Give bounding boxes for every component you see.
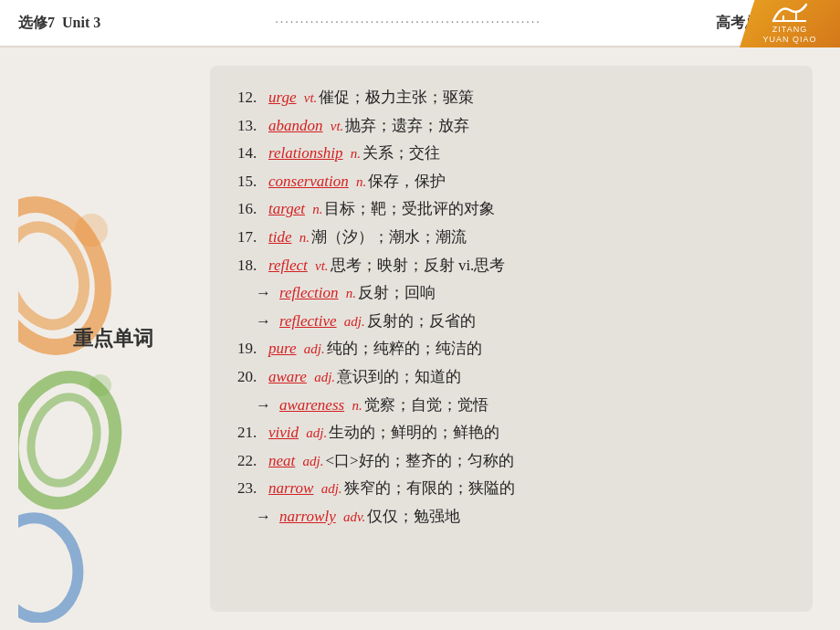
- word-space: [325, 112, 329, 141]
- word-definition: 抛弃；遗弃；放弃: [345, 112, 469, 141]
- svg-point-6: [22, 390, 106, 491]
- svg-point-7: [18, 511, 86, 623]
- word-type: vt.: [315, 254, 329, 278]
- main-content: 重点单词 12.urge vt.催促；极力主张；驱策13.abandon vt.…: [0, 47, 840, 630]
- word-type: n.: [356, 170, 366, 194]
- word-definition: 觉察；自觉；觉悟: [364, 392, 488, 420]
- vocab-word: awareness: [279, 392, 344, 420]
- word-type: n.: [299, 226, 310, 250]
- svg-point-8: [75, 214, 108, 247]
- section-label: 重点单词: [73, 325, 153, 352]
- word-space: [346, 392, 350, 420]
- vocab-word: reflection: [279, 279, 339, 308]
- vocab-word: narrowly: [279, 503, 336, 531]
- word-definition: 仅仅；勉强地: [367, 503, 460, 531]
- word-space: [310, 252, 313, 280]
- word-definition: 狭窄的；有限的；狭隘的: [344, 475, 515, 503]
- item-number: 16.: [237, 195, 267, 224]
- header-left: 选修7 Unit 3: [18, 14, 100, 33]
- arrow-symbol: →: [256, 392, 278, 420]
- word-definition: 生动的；鲜明的；鲜艳的: [329, 419, 499, 447]
- item-number: 18.: [237, 252, 267, 280]
- item-number: 13.: [237, 112, 267, 141]
- vocab-item: → reflection n.反射；回响: [237, 279, 785, 308]
- word-type: n.: [346, 281, 356, 306]
- word-type: adj.: [306, 421, 327, 446]
- item-number: 20.: [237, 363, 267, 392]
- word-space: [338, 503, 341, 531]
- vocab-item: 23.narrow adj.狭窄的；有限的；狭隘的: [237, 475, 785, 503]
- word-definition: 目标；靶；受批评的对象: [324, 195, 495, 224]
- item-number: 23.: [237, 475, 267, 503]
- word-type: adj.: [303, 449, 324, 474]
- vocab-panel: 12.urge vt.催促；极力主张；驱策13.abandon vt.抛弃；遗弃…: [210, 66, 813, 612]
- header: 选修7 Unit 3 ·····························…: [0, 0, 840, 47]
- item-number: 15.: [237, 168, 267, 196]
- word-definition: 保存，保护: [368, 168, 446, 196]
- decorative-swirls: [18, 93, 164, 623]
- word-type: vt.: [331, 114, 344, 139]
- word-definition: 纯的；纯粹的；纯洁的: [327, 335, 482, 363]
- word-type: adj.: [344, 310, 365, 334]
- item-number: 17.: [237, 224, 267, 252]
- vocab-item: 13.abandon vt.抛弃；遗弃；放弃: [237, 112, 785, 141]
- word-definition: 关系；交往: [362, 140, 440, 168]
- left-panel: 重点单词: [27, 66, 210, 612]
- word-type: vt.: [304, 86, 318, 110]
- word-space: [297, 447, 300, 476]
- arrow-symbol: →: [256, 308, 278, 336]
- item-number: 12.: [237, 84, 267, 112]
- word-space: [341, 279, 344, 308]
- word-space: [299, 335, 302, 363]
- word-space: [294, 224, 298, 252]
- vocab-word: pure: [268, 335, 297, 363]
- word-space: [339, 308, 342, 336]
- vocab-word: relationship: [268, 140, 343, 168]
- word-type: adj.: [304, 337, 325, 362]
- vocab-item: 19.pure adj.纯的；纯粹的；纯洁的: [237, 335, 785, 363]
- vocab-word: reflective: [279, 308, 337, 336]
- word-type: adv.: [343, 505, 365, 530]
- vocab-item: 16.target n.目标；靶；受批评的对象: [237, 195, 785, 224]
- word-space: [345, 140, 349, 168]
- word-space: [309, 363, 312, 392]
- vocab-word: urge: [268, 84, 297, 112]
- vocab-item: 18.reflect vt.思考；映射；反射 vi.思考: [237, 252, 785, 280]
- logo-bridge-icon: [772, 3, 808, 23]
- word-definition: 思考；映射；反射 vi.思考: [331, 252, 506, 280]
- vocab-word: neat: [268, 447, 295, 476]
- vocab-word: narrow: [268, 475, 313, 503]
- word-definition: <口>好的；整齐的；匀称的: [325, 447, 513, 476]
- vocab-item: 12.urge vt.催促；极力主张；驱策: [237, 84, 785, 112]
- word-type: adj.: [314, 365, 335, 390]
- item-number: 21.: [237, 419, 267, 447]
- vocab-item: 21.vivid adj.生动的；鲜明的；鲜艳的: [237, 419, 785, 447]
- vocab-item: 14.relationship n.关系；交往: [237, 140, 785, 168]
- vocab-word: conservation: [268, 168, 349, 196]
- vocab-item: 22.neat adj.<口>好的；整齐的；匀称的: [237, 447, 785, 476]
- word-space: [307, 195, 310, 224]
- vocab-word: target: [268, 195, 305, 224]
- word-space: [300, 419, 304, 447]
- vocab-word: vivid: [268, 419, 299, 447]
- vocab-word: tide: [268, 224, 292, 252]
- word-definition: 潮（汐）；潮水；潮流: [311, 224, 467, 252]
- header-dots: ········································…: [100, 16, 716, 30]
- word-type: adj.: [321, 477, 342, 501]
- unit-label: Unit 3: [62, 15, 100, 31]
- vocab-item: → narrowly adv.仅仅；勉强地: [237, 503, 785, 531]
- word-type: n.: [351, 142, 361, 166]
- arrow-symbol: →: [256, 503, 278, 531]
- vocab-item: 17.tide n.潮（汐）；潮水；潮流: [237, 224, 785, 252]
- vocab-list: 12.urge vt.催促；极力主张；驱策13.abandon vt.抛弃；遗弃…: [237, 84, 785, 531]
- item-number: 22.: [237, 447, 267, 476]
- word-definition: 催促；极力主张；驱策: [319, 84, 474, 112]
- vocab-word: reflect: [268, 252, 308, 280]
- word-space: [299, 84, 302, 112]
- word-type: n.: [352, 394, 362, 418]
- word-definition: 反射的；反省的: [367, 308, 476, 336]
- vocab-word: aware: [268, 363, 307, 392]
- word-definition: 反射；回响: [358, 279, 436, 308]
- arrow-symbol: →: [256, 279, 278, 308]
- book-label: 选修7: [18, 14, 55, 33]
